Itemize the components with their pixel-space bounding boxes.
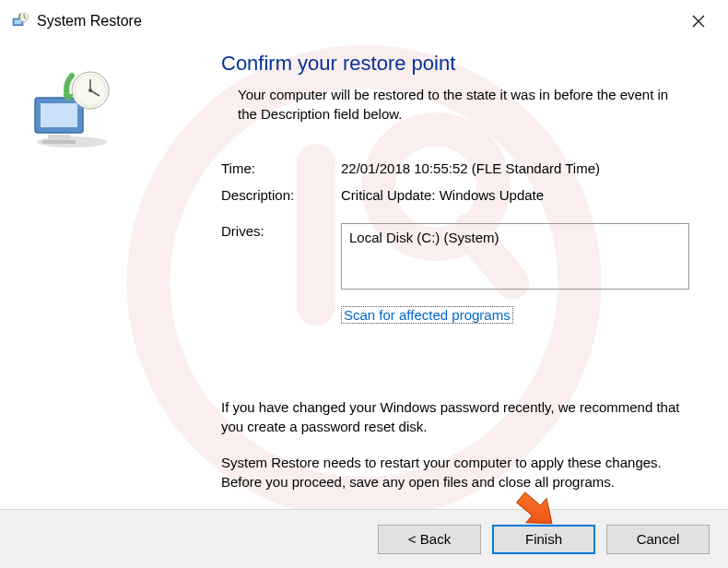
footer-button-bar: < Back Finish Cancel bbox=[0, 509, 728, 568]
system-restore-icon bbox=[11, 12, 29, 30]
svg-rect-12 bbox=[48, 135, 70, 140]
page-subheading: Your computer will be restored to the st… bbox=[221, 85, 691, 124]
scan-affected-programs-link[interactable]: Scan for affected programs bbox=[341, 306, 513, 324]
drives-label: Drives: bbox=[221, 223, 341, 290]
description-value: Critical Update: Windows Update bbox=[341, 187, 691, 203]
time-value: 22/01/2018 10:55:52 (FLE Standard Time) bbox=[341, 160, 691, 176]
back-button[interactable]: < Back bbox=[378, 525, 481, 554]
drives-item[interactable]: Local Disk (C:) (System) bbox=[349, 230, 681, 245]
titlebar: System Restore bbox=[0, 0, 728, 42]
system-restore-illustration-icon bbox=[28, 70, 194, 152]
description-label: Description: bbox=[221, 187, 341, 203]
restart-note: System Restore needs to restart your com… bbox=[221, 453, 691, 491]
svg-rect-13 bbox=[42, 140, 76, 144]
time-label: Time: bbox=[221, 160, 341, 176]
drives-listbox[interactable]: Local Disk (C:) (System) bbox=[341, 223, 689, 290]
close-button[interactable] bbox=[680, 6, 717, 36]
cancel-button[interactable]: Cancel bbox=[606, 525, 710, 554]
main-content: Confirm your restore point Your computer… bbox=[221, 42, 728, 491]
window-title: System Restore bbox=[37, 13, 680, 30]
svg-point-18 bbox=[88, 89, 92, 92]
password-note: If you have changed your Windows passwor… bbox=[221, 397, 691, 436]
svg-rect-11 bbox=[41, 103, 77, 127]
page-heading: Confirm your restore point bbox=[221, 52, 691, 76]
finish-button[interactable]: Finish bbox=[492, 525, 595, 554]
sidebar bbox=[0, 42, 221, 491]
